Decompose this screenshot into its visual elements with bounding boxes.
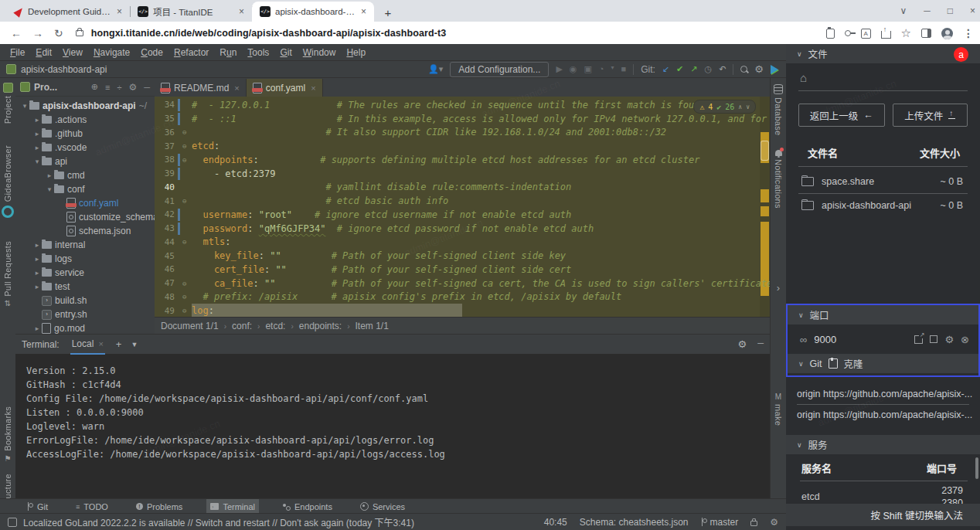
- new-terminal-icon[interactable]: +: [116, 338, 122, 350]
- update-project-icon[interactable]: ↙: [662, 64, 669, 74]
- menu-run[interactable]: Run: [214, 47, 242, 58]
- rollback-icon[interactable]: ↶: [719, 64, 726, 74]
- tree-item-api[interactable]: ▾api: [15, 155, 155, 168]
- tree-item-logs[interactable]: ▸logs: [15, 252, 155, 266]
- inspections-widget[interactable]: ⚠4 ✔26 ∧ ∨: [693, 100, 756, 114]
- breadcrumb-item[interactable]: endpoints:: [299, 321, 342, 331]
- add-configuration-button[interactable]: Add Configuration...: [450, 62, 549, 77]
- tree-arrow-icon[interactable]: ▸: [32, 116, 42, 124]
- tool-button-project[interactable]: Project: [0, 83, 15, 124]
- line-number[interactable]: 42: [155, 209, 175, 219]
- menu-code[interactable]: Code: [135, 47, 168, 58]
- history-icon[interactable]: ◷: [705, 64, 713, 74]
- tool-window-services[interactable]: Services: [356, 499, 409, 514]
- git-branch-widget[interactable]: master: [701, 517, 739, 528]
- fold-icon[interactable]: ⊖: [182, 293, 186, 301]
- menu-icon[interactable]: ⋮: [963, 27, 974, 39]
- line-number[interactable]: 41: [155, 196, 175, 206]
- code-line[interactable]: 40 # yamllint disable rule:comments-inde…: [155, 181, 770, 195]
- tree-arrow-icon[interactable]: ▾: [32, 158, 42, 165]
- collapse-all-icon[interactable]: ÷: [117, 83, 121, 92]
- tree-item-test[interactable]: ▸test: [15, 280, 155, 294]
- menu-edit[interactable]: Edit: [30, 47, 57, 58]
- code-line[interactable]: 39 - etcd:2379: [155, 167, 770, 181]
- tool-window-problems[interactable]: !Problems: [132, 499, 186, 514]
- menu-help[interactable]: Help: [341, 47, 371, 58]
- code-line[interactable]: 37⊖etcd:: [155, 139, 770, 153]
- ports-section-header[interactable]: ∨ 端口: [788, 305, 978, 324]
- profiler-icon[interactable]: ◔: [599, 64, 604, 74]
- fold-icon[interactable]: ⊖: [182, 156, 186, 164]
- back-icon[interactable]: ←: [11, 27, 22, 39]
- tree-arrow-icon[interactable]: ▸: [32, 130, 42, 138]
- file-row[interactable]: space.share~ 0 B: [786, 172, 980, 192]
- fold-icon[interactable]: ⊖: [182, 142, 186, 150]
- editor-tab-conf.yaml[interactable]: conf.yaml×: [247, 79, 323, 97]
- tool-window-git[interactable]: Git: [23, 499, 52, 514]
- project-selector[interactable]: apisix-dashboard-api: [21, 64, 107, 75]
- locate-icon[interactable]: ⊕: [91, 82, 98, 92]
- back-parent-button[interactable]: 返回上一级←: [798, 104, 885, 127]
- scrollbar-thumb[interactable]: [761, 141, 769, 161]
- tree-item-service[interactable]: ▸service: [15, 266, 155, 280]
- close-icon[interactable]: ×: [115, 6, 124, 17]
- tree-arrow-icon[interactable]: ▸: [32, 269, 42, 277]
- code-line[interactable]: 46 cert_file: "" # Path of your self-sig…: [155, 263, 770, 277]
- git-clone-section-header[interactable]: ∨ Git 克隆: [788, 354, 978, 373]
- tree-arrow-icon[interactable]: ▸: [45, 172, 54, 179]
- key-icon[interactable]: [845, 30, 851, 36]
- bookmark-star-icon[interactable]: ☆: [901, 26, 911, 40]
- settings-sync-icon[interactable]: ⚙: [770, 517, 778, 528]
- debug-icon[interactable]: ◉: [570, 64, 577, 74]
- close-icon[interactable]: ×: [98, 339, 103, 348]
- tree-item-apisix-dashboard-api[interactable]: ▾apisix-dashboard-api~/: [15, 99, 155, 113]
- line-number[interactable]: 39: [155, 168, 175, 178]
- close-circle-icon[interactable]: ⊗: [961, 334, 969, 345]
- code-line[interactable]: 41⊖ # etcd basic auth info: [155, 194, 770, 208]
- fold-icon[interactable]: ⊖: [182, 307, 186, 314]
- home-icon[interactable]: ⌂: [800, 71, 980, 84]
- notification-icon[interactable]: [8, 518, 17, 527]
- tree-item-schema.json[interactable]: schema.json: [15, 224, 155, 238]
- line-number[interactable]: 45: [155, 251, 175, 261]
- close-icon[interactable]: ×: [234, 83, 239, 93]
- tree-item-.github[interactable]: ▸.github: [15, 127, 155, 141]
- tree-arrow-icon[interactable]: ▸: [32, 144, 42, 151]
- services-section-header[interactable]: ∨ 服务: [786, 435, 980, 454]
- files-section-header[interactable]: ∨ 文件: [786, 44, 980, 63]
- line-number[interactable]: 36: [155, 127, 175, 138]
- caret-position[interactable]: 40:45: [544, 517, 567, 528]
- line-number[interactable]: 46: [155, 264, 175, 274]
- dropdown-icon[interactable]: ▾: [611, 64, 614, 74]
- plugin-run-icon[interactable]: [771, 65, 778, 74]
- hide-panel-icon[interactable]: ─: [144, 83, 150, 92]
- duplicate-icon[interactable]: [930, 335, 937, 343]
- prev-issue-icon[interactable]: ∧: [738, 104, 742, 110]
- code-line[interactable]: 36⊖ # It also support CIDR like 192.168.…: [155, 126, 770, 140]
- fold-icon[interactable]: ⊖: [182, 197, 186, 205]
- breadcrumb-item[interactable]: Document 1/1: [161, 321, 219, 331]
- breadcrumb-item[interactable]: etcd:: [265, 321, 285, 331]
- menu-navigate[interactable]: Navigate: [88, 47, 135, 58]
- run-icon[interactable]: ▶: [556, 64, 562, 74]
- breadcrumb-item[interactable]: Item 1/1: [356, 321, 389, 331]
- panel-expand-chevron-icon[interactable]: ›: [771, 282, 786, 294]
- tool-window-terminal[interactable]: ›Terminal: [206, 499, 259, 514]
- project-panel-tab[interactable]: Pro...: [20, 82, 57, 93]
- menu-tools[interactable]: Tools: [242, 47, 274, 58]
- tree-item-entry.sh[interactable]: ›entry.sh: [15, 307, 155, 321]
- settings-icon[interactable]: ⚙: [754, 63, 764, 75]
- avatar-badge[interactable]: a: [954, 47, 968, 62]
- browser-tab[interactable]: </>项目 - TitanIDE×: [130, 2, 252, 22]
- close-icon[interactable]: ×: [311, 83, 315, 93]
- tree-item-cmd[interactable]: ▸cmd: [15, 168, 155, 182]
- menu-window[interactable]: Window: [298, 47, 342, 58]
- code-line[interactable]: 45 key_file: "" # Path of your self-sign…: [155, 249, 770, 263]
- tree-item-conf[interactable]: ▾conf: [15, 182, 155, 196]
- port-row[interactable]: ∞9000⚙⊗: [788, 324, 978, 354]
- code-line[interactable]: 35# - ::1 # In this example, access is a…: [155, 112, 770, 126]
- tree-item-.vscode[interactable]: ▸.vscode: [15, 141, 155, 155]
- tree-item-conf.yaml[interactable]: conf.yaml: [15, 196, 155, 210]
- coverage-icon[interactable]: ▣: [584, 64, 591, 74]
- panel-scrollbar-thumb[interactable]: [975, 457, 978, 479]
